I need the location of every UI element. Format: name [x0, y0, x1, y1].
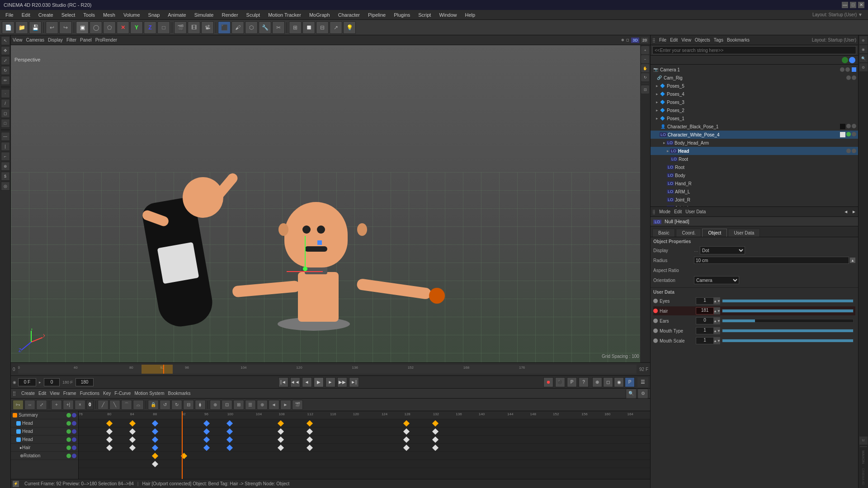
viewport[interactable]: View Cameras Display Filter Panel ProRen…: [11, 35, 650, 362]
track-hair[interactable]: ▸ Hair: [11, 444, 78, 452]
btn-play-backward[interactable]: ◄◄: [290, 377, 300, 387]
props-nav-fwd[interactable]: ►: [852, 209, 856, 214]
tool-light[interactable]: 💡: [343, 21, 356, 34]
track-head-3[interactable]: Head: [11, 436, 78, 444]
obj-charwhite[interactable]: LO Character_White_Pose_4: [651, 131, 858, 139]
tool-a6[interactable]: ◎: [1, 182, 10, 191]
head3-key-7[interactable]: [307, 445, 313, 451]
tool-texture[interactable]: 🖌: [231, 21, 244, 34]
head-ctrl2[interactable]: [852, 149, 856, 153]
prop-radius-up[interactable]: ▲: [850, 258, 855, 263]
tool-null[interactable]: □: [157, 21, 170, 34]
obj-poses5[interactable]: ▸ 🔷 Poses_5: [651, 82, 858, 90]
track-rotation[interactable]: ⊕ Rotation: [11, 452, 78, 460]
ds-menu-edit[interactable]: Edit: [38, 391, 46, 396]
rotation-keys-row[interactable]: [79, 460, 650, 468]
objects-menu-view[interactable]: View: [681, 38, 691, 42]
ds-tool-add2[interactable]: +|: [63, 400, 74, 410]
camrig-ctrl2[interactable]: [852, 75, 856, 80]
head2-key-3[interactable]: [152, 436, 158, 443]
track-head2-ctrl1[interactable]: [66, 429, 71, 434]
vp-btn-pan[interactable]: ✋: [641, 64, 649, 72]
tab-userdata[interactable]: User Data: [728, 229, 760, 237]
tool-render-all[interactable]: 📽: [201, 21, 214, 34]
menu-pipeline[interactable]: Pipeline: [364, 11, 389, 19]
tool-move2[interactable]: ✥: [1, 46, 10, 55]
fps-input[interactable]: [44, 378, 60, 386]
obj-root1[interactable]: LO Root: [651, 155, 858, 163]
prop-display-dropdown[interactable]: Dot Lines Point: [700, 246, 745, 254]
ds-menu-bookmarks[interactable]: Bookmarks: [168, 391, 191, 396]
head1-keys-row[interactable]: [79, 427, 650, 436]
tool-scale[interactable]: Z: [144, 21, 156, 34]
ds-tool-t1[interactable]: ╱: [98, 400, 108, 410]
current-frame-input[interactable]: [18, 378, 36, 386]
ds-tool-other4[interactable]: ☰: [245, 400, 256, 410]
ds-tool-scale2[interactable]: ⤢: [36, 400, 47, 410]
tool-mat-editor[interactable]: ⬡: [245, 21, 258, 34]
head1-key-5[interactable]: [226, 428, 233, 435]
tool-select[interactable]: ↖: [1, 36, 10, 45]
ds-tool-t4[interactable]: ⌓: [133, 400, 144, 410]
obj-camrig[interactable]: 🔗 Cam_Rig: [651, 74, 858, 82]
track-head3-ctrl1[interactable]: [66, 437, 71, 442]
objects-search-input[interactable]: [652, 46, 856, 54]
menu-motion-tracker[interactable]: Motion Tracker: [264, 11, 305, 19]
viewport-menu-view[interactable]: View: [13, 38, 23, 42]
ds-btn1[interactable]: 🔍: [626, 389, 637, 399]
tool-rotate2[interactable]: ↻: [1, 66, 10, 75]
track-head-1[interactable]: Head: [11, 419, 78, 427]
tool-a3[interactable]: ⌐: [1, 152, 10, 161]
ds-menu-create[interactable]: Create: [21, 391, 35, 396]
ds-tool-lock[interactable]: 🔒: [148, 400, 159, 410]
obj-camera1[interactable]: 📷 Camera 1: [651, 66, 858, 74]
track-rot-ctrl1[interactable]: [66, 454, 71, 458]
ds-menu-functions[interactable]: Functions: [80, 391, 99, 396]
menu-sculpt[interactable]: Sculpt: [243, 11, 264, 19]
head3-key-8[interactable]: [403, 445, 410, 451]
head3-key-2[interactable]: [129, 445, 136, 451]
tool-save[interactable]: 💾: [29, 21, 42, 34]
obj-bodyheadarm[interactable]: ▸ LO Body_Head_Arm: [651, 139, 858, 147]
end-frame-input[interactable]: [75, 378, 94, 386]
obj-head[interactable]: ▸ LO Head: [651, 147, 858, 155]
head3-key-3[interactable]: [152, 445, 158, 451]
ud-ears-value[interactable]: 0: [696, 317, 714, 324]
tool-select-rect[interactable]: ▣: [76, 21, 89, 34]
menu-select[interactable]: Select: [58, 11, 79, 19]
head1-key-7[interactable]: [307, 428, 313, 435]
track-ctrl-green[interactable]: [66, 413, 71, 418]
obj-ctrl1[interactable]: [840, 67, 844, 72]
objects-menu-bookmarks[interactable]: Bookmarks: [727, 38, 750, 42]
ds-tool-del[interactable]: ×: [75, 400, 85, 410]
tool-new[interactable]: 📄: [2, 21, 14, 34]
prop-radius-value[interactable]: 10 cm: [694, 257, 849, 264]
ds-tool-sel[interactable]: ⧫: [195, 400, 206, 410]
ds-btn2[interactable]: ⚙: [637, 389, 648, 399]
ds-menu-motionsystem[interactable]: Motion System: [134, 391, 164, 396]
tool-arr[interactable]: ↗: [330, 21, 342, 34]
ud-mouthscale-dot[interactable]: [653, 338, 658, 343]
ds-tool-loop[interactable]: ↺: [160, 400, 170, 410]
btn-preview[interactable]: P: [567, 377, 577, 387]
ds-tool-move[interactable]: ↔: [24, 400, 35, 410]
ud-ears-slider[interactable]: [722, 319, 854, 323]
head2-key-7[interactable]: [307, 436, 313, 443]
tool-scale2[interactable]: ⤢: [1, 56, 10, 65]
ud-mouthtype-value[interactable]: 1: [696, 327, 714, 334]
tool-undo[interactable]: ↩: [46, 21, 58, 34]
menu-snap[interactable]: Snap: [145, 11, 164, 19]
tool-sculpt-tool[interactable]: 🔧: [259, 21, 271, 34]
btn-jump-start[interactable]: |◄: [278, 377, 288, 387]
ds-tool-t2[interactable]: ╲: [109, 400, 120, 410]
maximize-btn[interactable]: □: [850, 2, 856, 8]
ud-hair-dot[interactable]: [653, 309, 658, 313]
objects-menu-tags[interactable]: Tags: [714, 38, 723, 42]
ds-menu-frame[interactable]: Frame: [63, 391, 76, 396]
menu-character[interactable]: Character: [335, 11, 363, 19]
frame-ruler[interactable]: 0 40 80 92 96 104 120 136 152 168 176: [18, 365, 637, 374]
ud-eyes-dot[interactable]: [653, 299, 658, 303]
head2-key-5[interactable]: [226, 436, 233, 443]
ud-mouthtype-dot[interactable]: [653, 328, 658, 333]
objects-menu-file[interactable]: File: [659, 38, 666, 42]
